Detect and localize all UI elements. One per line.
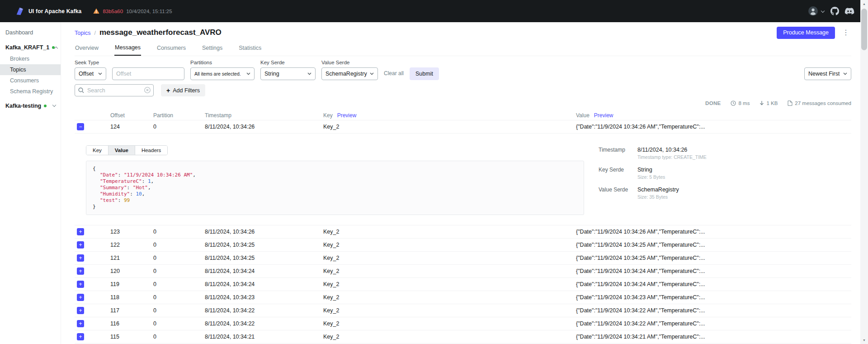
sidebar-item-topics[interactable]: Topics (0, 64, 61, 75)
col-key-label: Key (323, 112, 333, 119)
key-serde-select[interactable]: String (260, 67, 316, 80)
cell-partition: 0 (153, 242, 205, 248)
expand-message-button[interactable]: + (77, 281, 84, 288)
expand-message-button[interactable]: + (77, 294, 84, 301)
add-filters-label: Add Filters (173, 87, 200, 94)
message-tab-key[interactable]: Key (86, 146, 108, 155)
meta-key-serde: Key SerdeStringSize: 5 Bytes (599, 166, 842, 180)
kebab-menu-icon[interactable]: ⋮ (840, 29, 851, 36)
message-tab-headers[interactable]: Headers (135, 146, 167, 155)
sidebar-item-schema-registry[interactable]: Schema Registry (0, 86, 61, 97)
cell-offset: 116 (110, 320, 153, 327)
meta-sub: Size: 35 Bytes (637, 194, 842, 200)
cell-partition: 0 (153, 255, 205, 261)
value-preview-link[interactable]: Preview (594, 112, 613, 119)
cell-key: Key_2 (323, 229, 576, 235)
cell-timestamp: 8/11/2024, 10:34:25 (205, 242, 323, 248)
cell-offset: 124 (110, 124, 153, 130)
cell-partition: 0 (153, 320, 205, 327)
header-actions: Produce Message ⋮ (777, 27, 851, 39)
clear-search-icon[interactable] (144, 87, 151, 93)
search-icon (78, 87, 84, 93)
clear-all-link[interactable]: Clear all (384, 70, 404, 76)
order-value: Newest First (808, 71, 840, 77)
tab-settings[interactable]: Settings (202, 44, 223, 56)
user-menu-icon[interactable] (808, 6, 818, 16)
page-title: message_weatherforecast_AVRO (99, 28, 222, 37)
meta-value: String (637, 166, 842, 173)
chevron-down-icon (52, 103, 56, 107)
sidebar-cluster-kafka-testing[interactable]: Kafka-testing (0, 100, 61, 112)
value-serde-label: Value Serde (321, 60, 378, 65)
key-serde-label: Key Serde (260, 60, 316, 65)
chevron-down-icon (307, 72, 311, 75)
kafka-ui-app: UI for Apache Kafka 83b5a60 10/4/2024, 1… (0, 0, 868, 344)
expand-message-button[interactable]: + (77, 254, 84, 262)
partitions-select[interactable]: All items are selected. (190, 67, 255, 80)
consumption-stats: DONE 8 ms1 KB27 messages consumed (75, 100, 851, 106)
message-tab-value[interactable]: Value (108, 146, 135, 155)
message-meta: Timestamp8/11/2024, 10:34:26Timestamp ty… (599, 145, 842, 215)
version-timestamp: 10/4/2024, 15:11:25 (126, 9, 172, 14)
collapse-message-button[interactable]: − (77, 123, 84, 130)
metric-text: 8 ms (738, 100, 750, 106)
sidebar-item-consumers[interactable]: Consumers (0, 75, 61, 86)
cell-value: {"Date":"11/9/2024 10:34:25 AM","Tempera… (576, 242, 851, 248)
order-filter: Newest First (804, 67, 851, 80)
scrollbar-up-arrow[interactable]: ▲ (860, 0, 868, 8)
table-header: Offset Partition Timestamp Key Preview V… (75, 110, 851, 120)
cell-value: {"Date":"11/9/2024 10:34:22 AM","Tempera… (576, 320, 851, 327)
metric: 27 messages consumed (788, 100, 851, 106)
submit-button[interactable]: Submit (410, 67, 439, 80)
scrollbar[interactable]: ▲ ▼ (860, 0, 868, 344)
expand-message-button[interactable]: + (77, 241, 84, 248)
app-logo-icon (15, 7, 24, 16)
brand[interactable]: UI for Apache Kafka (15, 7, 81, 16)
value-serde-select[interactable]: SchemaRegistry (321, 67, 378, 80)
cell-partition: 0 (153, 334, 205, 340)
order-select[interactable]: Newest First (804, 67, 851, 80)
cell-timestamp: 8/11/2024, 10:34:26 (205, 229, 323, 235)
cell-toggle: + (75, 333, 110, 340)
discord-icon[interactable] (844, 7, 854, 15)
expand-message-button[interactable]: + (77, 320, 84, 327)
produce-message-button[interactable]: Produce Message (777, 27, 835, 39)
search-input[interactable] (75, 84, 154, 96)
cell-offset: 121 (110, 255, 153, 261)
seek-type-select[interactable]: Offset (75, 67, 106, 80)
commit-hash-link[interactable]: 83b5a60 (103, 9, 123, 14)
expand-message-button[interactable]: + (77, 268, 84, 275)
cell-offset: 122 (110, 242, 153, 248)
partitions-value: All items are selected. (194, 71, 241, 76)
tab-messages[interactable]: Messages (114, 44, 141, 56)
expand-message-button[interactable]: + (77, 228, 84, 235)
search-box (75, 84, 154, 96)
cell-value: {"Date":"11/9/2024 10:34:22 AM","Tempera… (576, 307, 851, 314)
clock-icon (731, 100, 736, 106)
cell-offset: 119 (110, 281, 153, 287)
breadcrumb-topics-link[interactable]: Topics (75, 30, 90, 36)
cell-offset: 120 (110, 268, 153, 274)
key-preview-link[interactable]: Preview (337, 112, 357, 119)
sidebar-item-brokers[interactable]: Brokers (0, 53, 61, 64)
sidebar-item-dashboard[interactable]: Dashboard (0, 27, 61, 38)
github-icon[interactable] (830, 7, 839, 15)
cell-value: {"Date":"11/9/2024 10:34:23 AM","Tempera… (576, 294, 851, 301)
sidebar-cluster-kafka-kraft-1[interactable]: Kafka_KRAFT_1 (0, 41, 61, 53)
offset-input[interactable] (112, 67, 184, 80)
tab-overview[interactable]: Overview (75, 44, 99, 56)
tab-consumers[interactable]: Consumers (156, 44, 186, 56)
expand-message-button[interactable]: + (77, 307, 84, 314)
app-title: UI for Apache Kafka (28, 8, 81, 14)
add-filters-button[interactable]: + Add Filters (161, 84, 205, 96)
cell-timestamp: 8/11/2024, 10:34:26 (205, 124, 323, 130)
message-json: {"Date": "11/9/2024 10:34:26 AM","Temper… (86, 161, 584, 215)
expand-message-button[interactable]: + (77, 333, 84, 340)
tab-statistics[interactable]: Statistics (238, 44, 262, 56)
meta-label: Value Serde (599, 186, 637, 193)
seek-type-label: Seek Type (75, 60, 106, 65)
cell-value: {"Date":"11/9/2024 10:34:26 AM","Tempera… (576, 229, 851, 235)
scrollbar-down-arrow[interactable]: ▼ (860, 336, 868, 344)
scrollbar-thumb[interactable] (861, 9, 867, 50)
search-row: + Add Filters (75, 84, 851, 96)
